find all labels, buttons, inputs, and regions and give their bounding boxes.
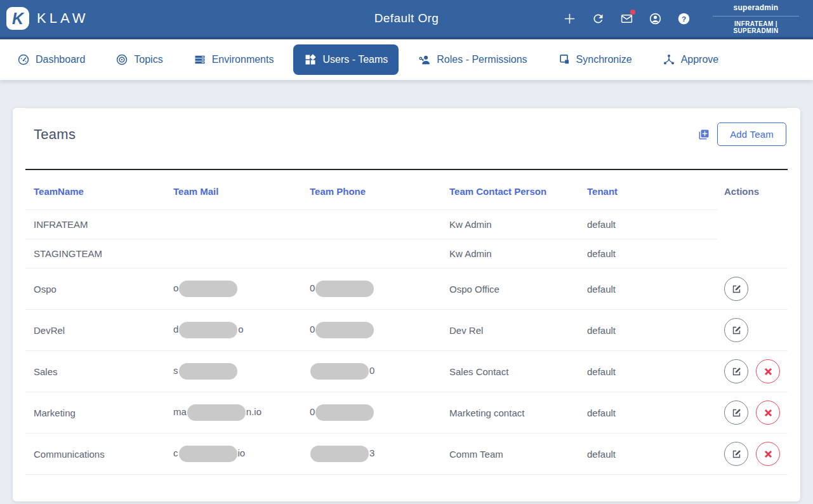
team-phone-cell [301, 210, 441, 239]
team-name-cell: INFRATEAM [25, 210, 165, 239]
delete-x-icon [763, 449, 774, 460]
user-menu[interactable]: superadmin INFRATEAM | SUPERADMIN [713, 3, 799, 34]
team-name-cell: STAGINGTEAM [25, 239, 165, 269]
user-name: superadmin [713, 3, 799, 17]
table-row: Ospo o 0 Ospo Office default [25, 269, 788, 310]
tab-label: Dashboard [36, 54, 85, 65]
tab-label: Approve [681, 54, 719, 65]
help-icon[interactable]: ? [676, 11, 691, 26]
refresh-icon[interactable] [590, 11, 605, 26]
redacted-value [315, 322, 374, 338]
team-name-cell: Sales [25, 351, 165, 392]
tenant-cell: default [579, 434, 717, 475]
team-mail-cell: cio [165, 434, 301, 475]
col-header-teamname: TeamName [25, 169, 165, 210]
col-header-actions: Actions [717, 169, 788, 210]
synchronize-icon [558, 53, 571, 66]
tab-label: Topics [134, 54, 162, 65]
tenant-cell: default [579, 239, 717, 269]
visible-text: n.io [246, 406, 261, 417]
roles-permissions-icon [418, 53, 431, 66]
tab-roles-permissions[interactable]: Roles - Permissions [407, 44, 538, 75]
tab-synchronize[interactable]: Synchronize [547, 44, 643, 75]
team-contact-cell: Marketing contact [441, 392, 579, 434]
library-add-icon[interactable] [698, 129, 710, 140]
tab-label: Roles - Permissions [437, 54, 527, 65]
environments-server-icon [194, 53, 206, 66]
tab-dashboard[interactable]: Dashboard [6, 44, 96, 75]
edit-icon [731, 408, 742, 418]
tenant-cell: default [579, 269, 717, 310]
table-header-row: TeamName Team Mail Team Phone Team Conta… [25, 169, 788, 210]
teams-table-wrap: TeamName Team Mail Team Phone Team Conta… [25, 169, 788, 475]
team-name-cell: Ospo [25, 269, 165, 310]
tab-topics[interactable]: Topics [105, 44, 173, 75]
dashboard-gauge-icon [17, 53, 30, 66]
team-contact-cell: Kw Admin [441, 210, 579, 239]
tab-approve[interactable]: Approve [652, 44, 730, 75]
tab-users-teams[interactable]: Users - Teams [293, 44, 399, 75]
visible-text: o [238, 324, 243, 335]
delete-x-icon [763, 408, 774, 418]
tab-environments[interactable]: Environments [183, 44, 285, 75]
edit-team-button[interactable] [724, 442, 748, 466]
team-mail-cell: do [165, 310, 301, 351]
visible-text: 0 [310, 282, 315, 293]
edit-icon [731, 449, 742, 460]
edit-team-button[interactable] [724, 359, 748, 383]
add-icon[interactable] [562, 11, 577, 26]
header-actions: ? [562, 11, 691, 26]
edit-team-button[interactable] [724, 277, 748, 301]
klaw-logo-icon: K [6, 7, 29, 30]
delete-x-icon [763, 366, 774, 377]
redacted-value [310, 446, 369, 462]
team-mail-cell: man.io [165, 392, 301, 434]
help-glyph: ? [681, 14, 685, 23]
mail-icon[interactable] [619, 11, 634, 26]
redacted-value [179, 363, 237, 380]
redacted-value [187, 404, 246, 421]
org-title: Default Org [374, 11, 439, 25]
actions-cell [717, 269, 788, 310]
team-contact-cell: Comm Team [441, 434, 579, 475]
delete-team-button[interactable] [756, 401, 780, 425]
visible-text: ma [173, 406, 187, 417]
team-phone-cell: 0 [301, 351, 441, 392]
app-header: K KLAW Default Org [0, 0, 813, 39]
tab-label: Users - Teams [322, 54, 388, 65]
team-contact-cell: Kw Admin [441, 239, 579, 269]
redacted-value [315, 404, 374, 421]
actions-cell [717, 310, 788, 351]
tenant-cell: default [579, 210, 717, 239]
edit-team-button[interactable] [724, 318, 748, 342]
page-title: Teams [34, 126, 76, 143]
tenant-cell: default [579, 310, 717, 351]
delete-team-button[interactable] [756, 359, 780, 383]
team-name-cell: Marketing [25, 392, 165, 434]
brand-logo[interactable]: K KLAW [6, 7, 89, 30]
table-row: Sales s 0 Sales Contact default [25, 351, 788, 392]
add-team-button[interactable]: Add Team [717, 123, 786, 146]
delete-team-button[interactable] [756, 442, 780, 466]
teams-card-header: Teams Add Team [13, 109, 800, 146]
edit-icon [731, 284, 742, 295]
team-mail-cell [165, 239, 301, 269]
actions-cell [717, 351, 788, 392]
table-row: Marketing man.io 0 Marketing contact def… [25, 392, 788, 434]
team-phone-cell [301, 239, 441, 269]
table-row: INFRATEAM Kw Admin default [25, 210, 788, 239]
actions-cell [717, 210, 788, 239]
actions-cell [717, 392, 788, 434]
brand-name: KLAW [37, 10, 89, 27]
edit-team-button[interactable] [724, 401, 748, 425]
user-team-role: INFRATEAM | SUPERADMIN [713, 17, 799, 34]
visible-text: 0 [369, 365, 374, 376]
team-name-cell: Communications [25, 434, 165, 475]
redacted-value [179, 446, 237, 462]
visible-text: d [173, 324, 178, 335]
tab-label: Environments [212, 54, 274, 65]
table-row: STAGINGTEAM Kw Admin default [25, 239, 788, 269]
edit-icon [731, 325, 742, 336]
account-icon[interactable] [647, 11, 663, 26]
team-contact-cell: Dev Rel [441, 310, 579, 351]
